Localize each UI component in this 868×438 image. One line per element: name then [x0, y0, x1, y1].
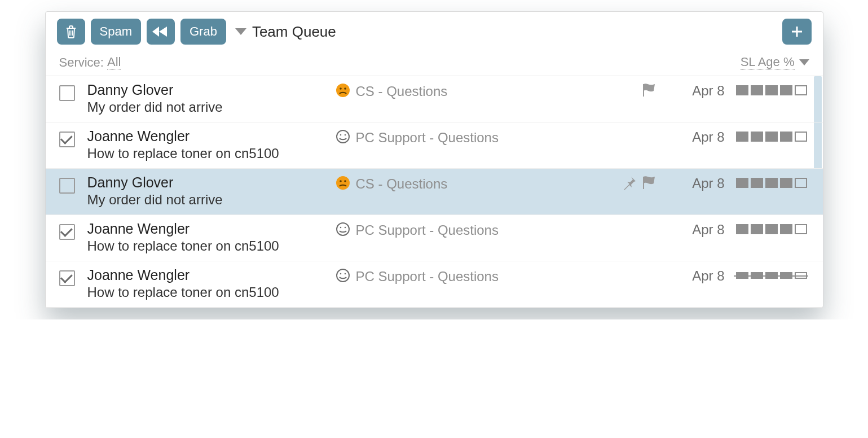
ticket-date: Apr 8 — [657, 221, 725, 238]
sl-bar-segment — [795, 272, 807, 279]
forward-button[interactable] — [147, 19, 175, 45]
row-status-icons — [601, 128, 657, 129]
ticket-row[interactable]: Joanne WenglerHow to replace toner on cn… — [46, 261, 823, 308]
sl-bar-segment — [751, 272, 763, 279]
queue-selector[interactable]: Team Queue — [235, 23, 336, 41]
svg-point-9 — [344, 180, 346, 182]
customer-name: Joanne Wengler — [87, 128, 336, 144]
ticket-date: Apr 8 — [657, 174, 725, 191]
ticket-subject: My order did not arrive — [87, 192, 336, 208]
row-main: Danny GloverMy order did not arrive — [87, 82, 336, 115]
sl-bar-segment — [751, 132, 763, 142]
sl-bar-segment — [736, 132, 748, 142]
ticket-row[interactable]: Joanne WenglerHow to replace toner on cn… — [46, 215, 823, 261]
sl-bar-segment — [780, 272, 792, 279]
row-checkbox[interactable] — [59, 224, 75, 240]
customer-name: Danny Glover — [87, 174, 336, 191]
row-checkbox[interactable] — [59, 85, 75, 101]
ticket-date: Apr 8 — [657, 267, 725, 284]
category-label: CS - Questions — [356, 84, 448, 99]
svg-point-2 — [344, 87, 346, 90]
sl-bar-segment — [751, 224, 763, 234]
row-checkbox[interactable] — [59, 270, 75, 286]
svg-point-16 — [344, 273, 346, 275]
sl-bar-segment — [780, 132, 792, 142]
sad-face-icon — [336, 176, 350, 192]
ticket-date: Apr 8 — [657, 128, 725, 145]
happy-face-icon — [336, 222, 350, 239]
pin-icon[interactable] — [622, 176, 637, 194]
sl-bar-segment — [736, 85, 748, 95]
sl-bar-segment — [765, 85, 778, 95]
category-label: PC Support - Questions — [356, 222, 499, 238]
sl-age-indicator — [725, 128, 809, 142]
row-status-icons — [601, 82, 657, 101]
sl-bar-segment — [751, 85, 763, 95]
svg-point-0 — [336, 84, 350, 97]
sl-bar-segment — [736, 178, 748, 188]
sl-bar-segment — [765, 224, 778, 234]
svg-rect-3 — [643, 84, 644, 97]
sl-bar-segment — [736, 224, 748, 234]
service-filter-label: Service: — [59, 55, 104, 70]
trash-icon — [65, 25, 77, 38]
svg-point-1 — [340, 87, 342, 90]
toolbar: Spam Grab Team Queue — [46, 12, 823, 50]
filter-bar: Service: All SL Age % — [46, 50, 823, 76]
service-filter-value[interactable]: All — [107, 55, 121, 70]
svg-point-4 — [337, 130, 349, 143]
happy-face-icon — [336, 129, 350, 146]
sl-bar-segment — [765, 132, 778, 142]
sl-bar-segment — [795, 224, 807, 234]
chevron-down-icon — [235, 28, 246, 35]
sad-face-icon — [336, 83, 350, 100]
sl-age-indicator — [725, 82, 809, 95]
svg-point-6 — [344, 134, 346, 136]
delete-button[interactable] — [57, 19, 85, 45]
add-button[interactable] — [782, 19, 812, 45]
svg-rect-10 — [643, 177, 644, 189]
queue-window: Spam Grab Team Queue Service: All — [45, 11, 823, 308]
row-main: Joanne WenglerHow to replace toner on cn… — [87, 267, 336, 300]
sl-bar-segment — [795, 178, 807, 188]
chevron-down-icon — [799, 59, 809, 65]
spam-button[interactable]: Spam — [91, 19, 141, 45]
customer-name: Joanne Wengler — [87, 221, 336, 237]
ticket-row[interactable]: Joanne WenglerHow to replace toner on cn… — [46, 122, 823, 169]
row-main: Joanne WenglerHow to replace toner on cn… — [87, 221, 336, 254]
category: PC Support - Questions — [336, 221, 601, 239]
category: PC Support - Questions — [336, 128, 601, 146]
flag-icon[interactable] — [641, 83, 657, 101]
category-label: PC Support - Questions — [356, 269, 499, 284]
ticket-row[interactable]: Danny GloverMy order did not arriveCS - … — [46, 76, 823, 122]
sort-selector[interactable]: SL Age % — [741, 55, 809, 70]
happy-face-icon — [336, 268, 350, 285]
flag-icon[interactable] — [641, 176, 657, 194]
row-status-icons — [601, 221, 657, 222]
sl-bar-segment — [736, 272, 748, 279]
customer-name: Danny Glover — [87, 82, 336, 98]
sl-bar-segment — [780, 178, 792, 188]
category-label: CS - Questions — [356, 176, 448, 192]
category: CS - Questions — [336, 82, 601, 100]
svg-point-7 — [336, 176, 350, 190]
grab-button[interactable]: Grab — [180, 19, 226, 45]
ticket-subject: My order did not arrive — [87, 99, 336, 115]
sl-bar-segment — [765, 178, 778, 188]
svg-point-5 — [340, 134, 341, 136]
row-status-icons — [601, 267, 657, 268]
row-checkbox[interactable] — [59, 132, 75, 147]
ticket-date: Apr 8 — [657, 82, 725, 99]
row-main: Danny GloverMy order did not arrive — [87, 174, 336, 208]
sl-age-indicator — [725, 267, 809, 279]
category-label: PC Support - Questions — [356, 130, 499, 146]
ticket-row[interactable]: Danny GloverMy order did not arriveCS - … — [46, 169, 823, 215]
svg-point-12 — [340, 227, 341, 229]
row-main: Joanne WenglerHow to replace toner on cn… — [87, 128, 336, 161]
row-checkbox[interactable] — [59, 178, 75, 194]
svg-point-8 — [340, 180, 342, 182]
queue-label: Team Queue — [252, 23, 336, 41]
ticket-list: Danny GloverMy order did not arriveCS - … — [46, 76, 823, 308]
forward-icon — [151, 25, 170, 38]
sl-bar-segment — [780, 224, 792, 234]
